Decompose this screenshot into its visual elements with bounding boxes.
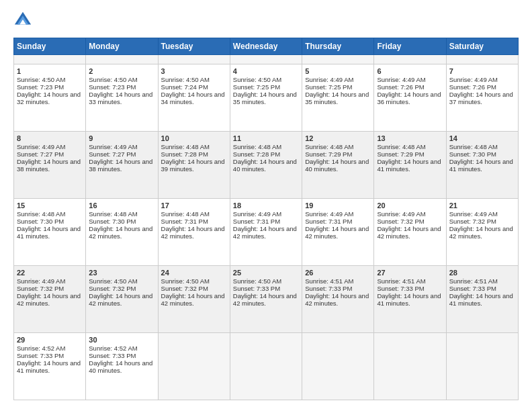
- day-number: 12: [305, 134, 371, 142]
- table-row: 18Sunrise: 4:49 AMSunset: 7:31 PMDayligh…: [230, 198, 302, 265]
- day-number: 3: [161, 67, 227, 75]
- calendar-week-row: 8Sunrise: 4:49 AMSunset: 7:27 PMDaylight…: [14, 131, 519, 198]
- daylight: Daylight: 14 hours and 35 minutes.: [233, 91, 297, 105]
- table-row: [158, 332, 230, 400]
- daylight: Daylight: 14 hours and 38 minutes.: [17, 158, 81, 173]
- sunset: Sunset: 7:27 PM: [17, 150, 64, 158]
- sunset: Sunset: 7:28 PM: [233, 150, 280, 158]
- day-number: 20: [377, 201, 443, 210]
- sunset: Sunset: 7:32 PM: [89, 285, 136, 292]
- day-number: 11: [233, 134, 299, 142]
- day-number: 21: [449, 201, 515, 210]
- day-number: 4: [233, 67, 299, 75]
- table-row: [446, 55, 518, 64]
- day-number: 17: [161, 201, 227, 210]
- daylight: Daylight: 14 hours and 42 minutes.: [17, 292, 81, 307]
- sunrise: Sunrise: 4:48 AM: [89, 210, 137, 218]
- table-row: [302, 332, 374, 400]
- table-row: 23Sunrise: 4:50 AMSunset: 7:32 PMDayligh…: [86, 265, 158, 332]
- sunset: Sunset: 7:26 PM: [449, 83, 496, 91]
- sunrise: Sunrise: 4:48 AM: [233, 143, 281, 150]
- daylight: Daylight: 14 hours and 34 minutes.: [161, 91, 225, 105]
- daylight: Daylight: 14 hours and 42 minutes.: [161, 292, 225, 307]
- sunset: Sunset: 7:23 PM: [89, 83, 136, 91]
- table-row: 3Sunrise: 4:50 AMSunset: 7:24 PMDaylight…: [158, 64, 230, 131]
- day-number: 24: [161, 269, 227, 277]
- table-row: 8Sunrise: 4:49 AMSunset: 7:27 PMDaylight…: [14, 131, 86, 198]
- sunset: Sunset: 7:32 PM: [377, 218, 424, 225]
- col-wednesday: Wednesday: [230, 38, 302, 55]
- day-number: 7: [449, 67, 515, 75]
- col-friday: Friday: [374, 38, 446, 55]
- daylight: Daylight: 14 hours and 42 minutes.: [89, 292, 152, 307]
- table-row: 13Sunrise: 4:48 AMSunset: 7:29 PMDayligh…: [374, 131, 446, 198]
- calendar-header-row: Sunday Monday Tuesday Wednesday Thursday…: [14, 38, 519, 55]
- sunrise: Sunrise: 4:50 AM: [89, 277, 137, 285]
- sunset: Sunset: 7:31 PM: [233, 218, 280, 225]
- day-number: 30: [89, 336, 154, 344]
- calendar-week-row: 22Sunrise: 4:49 AMSunset: 7:32 PMDayligh…: [14, 265, 519, 332]
- table-row: [230, 55, 302, 64]
- sunrise: Sunrise: 4:48 AM: [161, 210, 210, 218]
- table-row: 17Sunrise: 4:48 AMSunset: 7:31 PMDayligh…: [158, 198, 230, 265]
- daylight: Daylight: 14 hours and 42 minutes.: [377, 225, 441, 240]
- sunrise: Sunrise: 4:48 AM: [449, 143, 498, 150]
- day-number: 28: [449, 269, 515, 277]
- table-row: [446, 332, 518, 400]
- daylight: Daylight: 14 hours and 42 minutes.: [305, 225, 369, 240]
- table-row: 12Sunrise: 4:48 AMSunset: 7:29 PMDayligh…: [302, 131, 374, 198]
- sunrise: Sunrise: 4:52 AM: [89, 345, 137, 352]
- day-number: 25: [233, 269, 299, 277]
- daylight: Daylight: 14 hours and 41 minutes.: [377, 158, 441, 173]
- sunset: Sunset: 7:31 PM: [161, 218, 208, 225]
- table-row: 11Sunrise: 4:48 AMSunset: 7:28 PMDayligh…: [230, 131, 302, 198]
- calendar-week-row: 15Sunrise: 4:48 AMSunset: 7:30 PMDayligh…: [14, 198, 519, 265]
- sunset: Sunset: 7:32 PM: [17, 285, 64, 292]
- table-row: [374, 55, 446, 64]
- table-row: 28Sunrise: 4:51 AMSunset: 7:33 PMDayligh…: [446, 265, 518, 332]
- calendar: Sunday Monday Tuesday Wednesday Thursday…: [13, 38, 519, 400]
- logo: [13, 11, 35, 30]
- daylight: Daylight: 14 hours and 40 minutes.: [233, 158, 297, 173]
- sunrise: Sunrise: 4:51 AM: [377, 277, 425, 285]
- daylight: Daylight: 14 hours and 41 minutes.: [449, 292, 513, 307]
- sunrise: Sunrise: 4:50 AM: [89, 76, 137, 83]
- sunrise: Sunrise: 4:49 AM: [377, 76, 425, 83]
- sunrise: Sunrise: 4:49 AM: [305, 210, 353, 218]
- sunrise: Sunrise: 4:49 AM: [89, 143, 137, 150]
- sunset: Sunset: 7:30 PM: [449, 150, 496, 158]
- header: [13, 11, 519, 30]
- day-number: 15: [17, 201, 83, 210]
- daylight: Daylight: 14 hours and 35 minutes.: [305, 91, 369, 105]
- day-number: 27: [377, 269, 443, 277]
- col-tuesday: Tuesday: [158, 38, 230, 55]
- table-row: 24Sunrise: 4:50 AMSunset: 7:32 PMDayligh…: [158, 265, 230, 332]
- sunset: Sunset: 7:29 PM: [377, 150, 424, 158]
- day-number: 23: [89, 269, 154, 277]
- sunset: Sunset: 7:33 PM: [305, 285, 352, 292]
- daylight: Daylight: 14 hours and 41 minutes.: [377, 292, 441, 307]
- sunset: Sunset: 7:25 PM: [305, 83, 352, 91]
- sunrise: Sunrise: 4:49 AM: [17, 143, 65, 150]
- table-row: 30Sunrise: 4:52 AMSunset: 7:33 PMDayligh…: [86, 332, 158, 400]
- table-row: 22Sunrise: 4:49 AMSunset: 7:32 PMDayligh…: [14, 265, 86, 332]
- table-row: 15Sunrise: 4:48 AMSunset: 7:30 PMDayligh…: [14, 198, 86, 265]
- table-row: 16Sunrise: 4:48 AMSunset: 7:30 PMDayligh…: [86, 198, 158, 265]
- sunset: Sunset: 7:25 PM: [233, 83, 280, 91]
- sunset: Sunset: 7:32 PM: [449, 218, 496, 225]
- sunrise: Sunrise: 4:48 AM: [17, 210, 65, 218]
- table-row: 1Sunrise: 4:50 AMSunset: 7:23 PMDaylight…: [14, 64, 86, 131]
- sunset: Sunset: 7:23 PM: [17, 83, 64, 91]
- daylight: Daylight: 14 hours and 42 minutes.: [449, 225, 513, 240]
- day-number: 8: [17, 134, 83, 142]
- sunset: Sunset: 7:29 PM: [305, 150, 352, 158]
- table-row: 4Sunrise: 4:50 AMSunset: 7:25 PMDaylight…: [230, 64, 302, 131]
- daylight: Daylight: 14 hours and 36 minutes.: [377, 91, 441, 105]
- sunrise: Sunrise: 4:50 AM: [17, 76, 65, 83]
- sunrise: Sunrise: 4:50 AM: [161, 277, 210, 285]
- day-number: 5: [305, 67, 371, 75]
- day-number: 18: [233, 201, 299, 210]
- col-saturday: Saturday: [446, 38, 518, 55]
- day-number: 1: [17, 67, 83, 75]
- table-row: 2Sunrise: 4:50 AMSunset: 7:23 PMDaylight…: [86, 64, 158, 131]
